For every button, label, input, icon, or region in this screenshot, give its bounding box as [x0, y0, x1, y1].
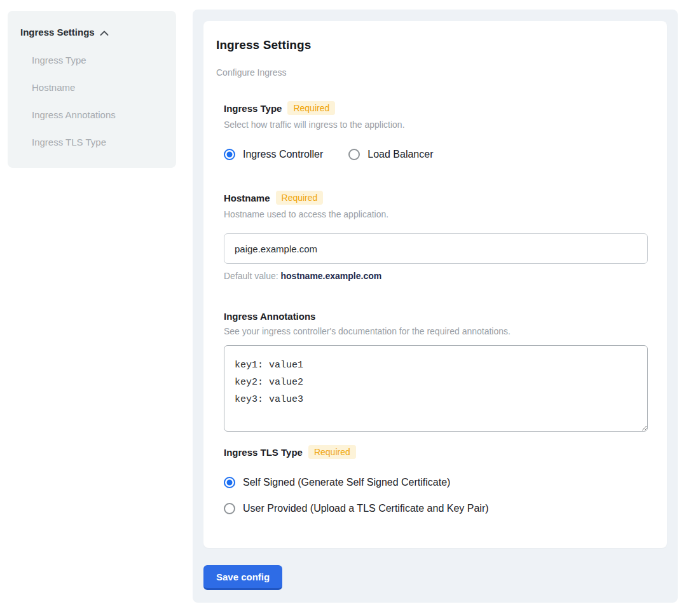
- ingress-settings-card: Ingress Settings Configure Ingress Ingre…: [203, 21, 667, 548]
- required-badge: Required: [287, 101, 335, 115]
- required-badge: Required: [308, 445, 356, 459]
- ingress-tls-radio-group: Self Signed (Generate Self Signed Certif…: [224, 477, 648, 514]
- radio-option-user-provided[interactable]: User Provided (Upload a TLS Certificate …: [224, 503, 648, 514]
- hostname-description: Hostname used to access the application.: [224, 209, 648, 219]
- radio-label: Self Signed (Generate Self Signed Certif…: [243, 477, 450, 488]
- ingress-type-radio-group: Ingress Controller Load Balancer: [224, 149, 648, 160]
- section-hostname: Hostname Required Hostname used to acces…: [224, 191, 648, 281]
- radio-label: Ingress Controller: [243, 149, 323, 160]
- sidebar-item-hostname[interactable]: Hostname: [32, 82, 163, 93]
- form-sections: Ingress Type Required Select how traffic…: [224, 101, 648, 514]
- default-value-text: hostname.example.com: [281, 271, 382, 281]
- sidebar-section-toggle[interactable]: Ingress Settings: [20, 26, 163, 38]
- radio-option-self-signed[interactable]: Self Signed (Generate Self Signed Certif…: [224, 477, 648, 488]
- radio-unselected-icon[interactable]: [348, 149, 360, 160]
- section-ingress-tls-type: Ingress TLS Type Required Self Signed (G…: [224, 445, 648, 514]
- radio-option-ingress-controller[interactable]: Ingress Controller: [224, 149, 323, 160]
- chevron-up-icon: [100, 27, 109, 38]
- sidebar-item-ingress-type[interactable]: Ingress Type: [32, 55, 163, 65]
- sidebar-section-title: Ingress Settings: [20, 27, 95, 38]
- radio-label: Load Balancer: [367, 149, 433, 160]
- section-ingress-annotations: Ingress Annotations See your ingress con…: [224, 311, 648, 432]
- ingress-type-description: Select how traffic will ingress to the a…: [224, 120, 648, 130]
- sidebar-item-ingress-tls-type[interactable]: Ingress TLS Type: [32, 137, 163, 147]
- ingress-type-label: Ingress Type: [224, 103, 282, 114]
- sidebar-item-ingress-annotations[interactable]: Ingress Annotations: [32, 109, 163, 120]
- settings-sidebar: Ingress Settings Ingress Type Hostname I…: [8, 11, 176, 168]
- hostname-label: Hostname: [224, 193, 270, 203]
- radio-option-load-balancer[interactable]: Load Balancer: [348, 149, 433, 160]
- radio-selected-icon[interactable]: [224, 477, 235, 488]
- hostname-default-line: Default value: hostname.example.com: [224, 271, 648, 281]
- required-badge: Required: [276, 191, 324, 205]
- ingress-tls-type-label: Ingress TLS Type: [224, 447, 303, 458]
- hostname-input[interactable]: [224, 233, 648, 264]
- sidebar-item-list: Ingress Type Hostname Ingress Annotation…: [20, 55, 163, 147]
- page-title: Ingress Settings: [216, 38, 654, 52]
- save-config-button[interactable]: Save config: [203, 565, 282, 590]
- ingress-annotations-textarea[interactable]: key1: value1 key2: value2 key3: value3: [224, 345, 648, 432]
- page-subtitle: Configure Ingress: [216, 67, 654, 78]
- ingress-annotations-description: See your ingress controller's documentat…: [224, 326, 648, 336]
- radio-unselected-icon[interactable]: [224, 503, 235, 514]
- ingress-annotations-label: Ingress Annotations: [224, 311, 315, 322]
- section-ingress-type: Ingress Type Required Select how traffic…: [224, 101, 648, 160]
- radio-label: User Provided (Upload a TLS Certificate …: [243, 503, 489, 514]
- ingress-settings-panel: Ingress Settings Configure Ingress Ingre…: [193, 10, 678, 603]
- default-value-label: Default value:: [224, 271, 281, 281]
- radio-selected-icon[interactable]: [224, 149, 235, 160]
